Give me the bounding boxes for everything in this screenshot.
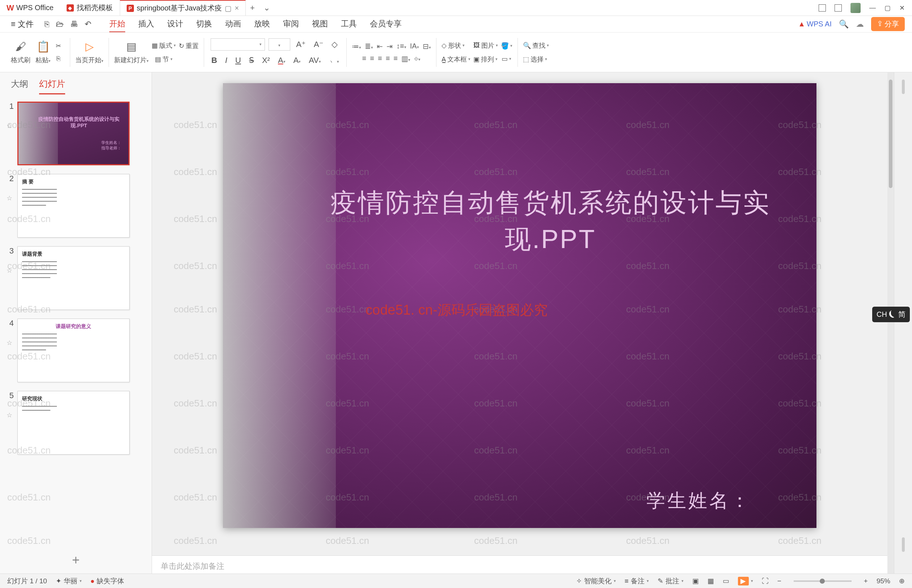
menu-animation[interactable]: 动画: [225, 16, 241, 32]
smartart-button[interactable]: ⟐▾: [414, 54, 421, 63]
outline-tab[interactable]: 大纲: [11, 78, 28, 94]
view-reading-icon[interactable]: ▭: [723, 577, 729, 585]
thumb-2[interactable]: 2☆ 摘 要━━━━━━━━━━━━━━━━━━━━━━━━━━━━━━━━━━…: [5, 174, 147, 237]
clear-format-icon[interactable]: ◇: [329, 39, 340, 50]
zoom-value[interactable]: 95%: [876, 577, 890, 585]
tab-templates[interactable]: ◆找稻壳模板: [60, 0, 120, 16]
align-right-button[interactable]: ≡: [378, 54, 382, 63]
undo-icon[interactable]: ↶: [85, 19, 91, 29]
slide-canvas[interactable]: 疫情防控自动售货机系统的设计与实现.PPT 学生姓名： 指导老师 ：: [223, 83, 816, 528]
fit-icon[interactable]: ⊕: [899, 577, 905, 585]
thumb-3[interactable]: 3☆ 课题背景━━━━━━━━━━━━━━━━━━━━━━━━━━━━━━━━━…: [5, 246, 147, 310]
menu-insert[interactable]: 插入: [138, 16, 154, 32]
italic-button[interactable]: I: [223, 55, 230, 66]
cut-icon[interactable]: ✂: [56, 42, 61, 50]
file-menu[interactable]: ≡文件: [7, 17, 37, 31]
fontsize-select[interactable]: ▾: [269, 38, 290, 51]
zoom-out-button[interactable]: −: [778, 577, 781, 585]
thumb-1[interactable]: 1☆ 疫情防控自动售货机系统的设计与实现.PPT 学生姓名：指导老师：: [5, 102, 147, 165]
slideshow-button[interactable]: ▶▾: [738, 577, 753, 585]
find-button[interactable]: 🔍 查找▾: [523, 41, 549, 50]
cloud-icon[interactable]: ☁: [856, 19, 864, 29]
menu-transition[interactable]: 切换: [196, 16, 212, 32]
new-icon[interactable]: ⎘: [45, 19, 49, 29]
distribute-button[interactable]: ≡: [394, 54, 398, 63]
menu-tools[interactable]: 工具: [341, 16, 357, 32]
tab-add-button[interactable]: +: [246, 3, 259, 13]
reset-button[interactable]: ↻ 重置: [179, 42, 199, 50]
win-app-icon[interactable]: [819, 4, 826, 11]
picture-button[interactable]: 🖼 图片▾: [473, 41, 498, 50]
slide-title[interactable]: 疫情防控自动售货机系统的设计与实现.PPT: [328, 184, 773, 257]
star-icon[interactable]: ☆: [6, 411, 12, 419]
notes-area[interactable]: 单击此处添加备注: [152, 556, 888, 573]
search-icon[interactable]: 🔍: [839, 19, 849, 29]
maximize-icon[interactable]: ▢: [884, 4, 891, 12]
wps-ai-button[interactable]: ▲WPS AI: [798, 20, 832, 28]
beautify-button[interactable]: ✧ 智能美化 ▾: [576, 577, 616, 586]
font-select[interactable]: ▾: [211, 38, 265, 51]
from-current-button[interactable]: ▷当页开始▾: [75, 40, 104, 65]
menu-start[interactable]: 开始: [109, 16, 125, 32]
menu-review[interactable]: 审阅: [283, 16, 299, 32]
slides-tab[interactable]: 幻灯片: [39, 78, 65, 94]
menu-show[interactable]: 放映: [254, 16, 270, 32]
tab-dropdown-icon[interactable]: ⌄: [259, 3, 274, 13]
textbox-button[interactable]: A̲ 文本框▾: [442, 55, 470, 64]
format-brush-button[interactable]: 🖌格式刷: [11, 40, 31, 65]
paste-button[interactable]: 📋粘贴▾: [36, 40, 51, 65]
zoom-in-button[interactable]: +: [864, 577, 868, 585]
menu-member[interactable]: 会员专享: [370, 16, 402, 32]
notes-button[interactable]: ≡ 备注 ▾: [625, 577, 649, 586]
thumb-4[interactable]: 4☆ 课题研究的意义━━━━━━━━━━━━━━━━━━━━━━━━━━━━━━…: [5, 318, 147, 382]
section-button[interactable]: ▤ 节▾: [155, 55, 173, 64]
share-button[interactable]: ⇪分享: [871, 17, 905, 31]
fill-icon[interactable]: 🪣▾: [501, 42, 512, 50]
strike-button[interactable]: S̶: [247, 55, 256, 66]
zoom-slider[interactable]: [794, 580, 852, 582]
superscript-button[interactable]: X²: [260, 55, 272, 66]
star-icon[interactable]: ☆: [6, 122, 12, 130]
char-spacing-button[interactable]: AV▾: [306, 55, 323, 66]
view-sorter-icon[interactable]: ▦: [708, 577, 714, 585]
open-icon[interactable]: 🗁: [56, 19, 64, 29]
slide-area[interactable]: 疫情防控自动售货机系统的设计与实现.PPT 学生姓名： 指导老师 ：: [152, 72, 888, 556]
underline-button[interactable]: U: [233, 55, 243, 66]
add-slide-button[interactable]: +: [0, 547, 152, 573]
new-slide-button[interactable]: ▤新建幻灯片▾: [114, 40, 149, 65]
right-handle[interactable]: [902, 79, 905, 94]
indent-inc-button[interactable]: ⇥: [387, 42, 393, 51]
close-icon[interactable]: ✕: [899, 4, 905, 12]
outline-color-icon[interactable]: ▭▾: [502, 55, 511, 63]
highlight-button[interactable]: A▾: [292, 55, 303, 66]
align-text-button[interactable]: ⊟▾: [423, 42, 431, 51]
bullets-button[interactable]: ≔▾: [352, 42, 361, 51]
decrease-font-icon[interactable]: A⁻: [312, 39, 326, 50]
missing-font-button[interactable]: ● 缺失字体: [91, 577, 124, 586]
align-center-button[interactable]: ≡: [370, 54, 374, 63]
review-button[interactable]: ✎ 批注 ▾: [658, 577, 684, 586]
align-left-button[interactable]: ≡: [362, 54, 367, 63]
text-effects-button[interactable]: ﹅▾: [327, 54, 341, 66]
align-justify-button[interactable]: ≡: [386, 54, 390, 63]
tab-document-active[interactable]: P springboot基于Java技术疫 ▢ ×: [120, 0, 246, 16]
right-handle-bottom[interactable]: [902, 537, 905, 552]
avatar[interactable]: [850, 3, 860, 13]
star-icon[interactable]: ☆: [6, 267, 12, 275]
win-cube-icon[interactable]: [834, 4, 842, 11]
line-spacing-button[interactable]: ↕≡▾: [396, 42, 407, 50]
text-direction-button[interactable]: IA▾: [410, 42, 419, 50]
tab-close-icon[interactable]: ×: [235, 4, 239, 12]
fullscreen-icon[interactable]: ⛶: [762, 577, 769, 585]
view-normal-icon[interactable]: ▣: [692, 577, 699, 585]
indent-dec-button[interactable]: ⇤: [377, 42, 383, 51]
copy-icon[interactable]: ⎘: [57, 55, 60, 63]
font-color-button[interactable]: A▾: [276, 55, 288, 66]
select-button[interactable]: ⬚ 选择▾: [523, 55, 547, 64]
slide-student[interactable]: 学生姓名：: [646, 488, 751, 514]
save-icon[interactable]: 🖶: [70, 19, 78, 29]
app-logo[interactable]: WWPS Office: [0, 3, 60, 13]
star-icon[interactable]: ☆: [6, 194, 12, 202]
minimize-icon[interactable]: —: [869, 4, 876, 11]
increase-font-icon[interactable]: A⁺: [294, 39, 308, 50]
